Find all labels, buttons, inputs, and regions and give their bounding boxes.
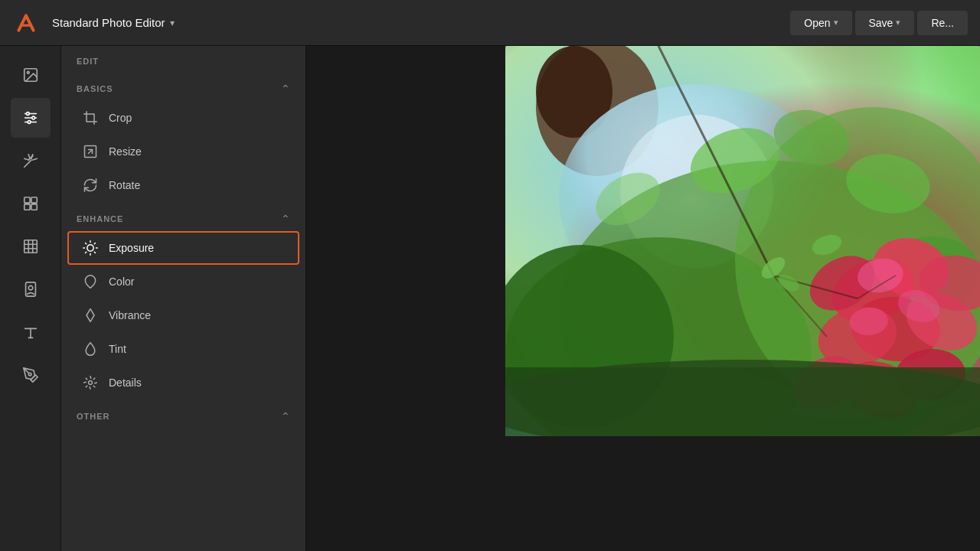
res-label: Re... <box>931 17 954 29</box>
icon-rail <box>0 46 61 551</box>
tint-item[interactable]: Tint <box>67 332 299 366</box>
save-button[interactable]: Save ▾ <box>855 11 915 35</box>
app-logo <box>12 9 40 37</box>
open-chevron-icon: ▾ <box>834 18 838 28</box>
open-label: Open <box>804 17 830 29</box>
svg-line-38 <box>94 243 95 244</box>
svg-point-7 <box>28 121 31 124</box>
svg-point-6 <box>31 116 34 119</box>
color-icon <box>83 274 98 289</box>
rail-item-portrait[interactable] <box>11 269 51 309</box>
details-item[interactable]: Details <box>67 366 299 399</box>
photo-svg <box>505 46 980 436</box>
svg-rect-13 <box>24 197 29 203</box>
svg-point-30 <box>87 245 93 251</box>
vibrance-item[interactable]: Vibrance <box>67 298 299 332</box>
basics-header: BASICS ⌃ <box>61 72 305 101</box>
color-item[interactable]: Color <box>67 265 299 298</box>
tint-icon <box>83 341 98 357</box>
rail-item-magic[interactable] <box>11 141 51 181</box>
svg-line-33 <box>86 243 87 244</box>
svg-rect-15 <box>24 204 29 210</box>
svg-line-12 <box>32 158 37 160</box>
svg-line-42 <box>86 386 87 387</box>
svg-point-39 <box>89 381 93 385</box>
enhance-label: ENHANCE <box>77 214 123 223</box>
rotate-label: Rotate <box>109 179 140 191</box>
rail-item-table[interactable] <box>11 227 51 266</box>
vibrance-label: Vibrance <box>109 309 151 321</box>
exposure-label: Exposure <box>109 242 154 254</box>
svg-point-79 <box>505 360 980 436</box>
save-chevron-icon: ▾ <box>896 18 900 28</box>
rail-item-templates[interactable] <box>11 184 51 223</box>
svg-point-23 <box>28 285 33 290</box>
svg-line-37 <box>86 252 87 253</box>
svg-point-27 <box>28 373 31 376</box>
svg-line-43 <box>93 378 95 380</box>
crop-item[interactable]: Crop <box>67 101 299 135</box>
res-button[interactable]: Re... <box>917 11 968 35</box>
crop-icon <box>83 110 98 126</box>
details-label: Details <box>109 377 142 389</box>
svg-point-5 <box>26 112 29 116</box>
enhance-header: ENHANCE ⌃ <box>61 202 305 231</box>
topbar: Standard Photo Editor ▾ Open ▾ Save ▾ Re… <box>0 0 980 46</box>
rail-item-text[interactable] <box>11 312 51 352</box>
photo-image <box>505 46 980 436</box>
resize-label: Resize <box>109 145 142 158</box>
app-title: Standard Photo Editor <box>52 16 165 29</box>
edit-panel: EDIT BASICS ⌃ Crop Resize <box>61 46 306 551</box>
open-button[interactable]: Open ▾ <box>790 11 851 35</box>
details-icon <box>83 375 98 390</box>
svg-rect-16 <box>31 204 36 210</box>
photo-canvas <box>505 46 980 436</box>
edit-label: EDIT <box>77 57 99 66</box>
rail-item-draw[interactable] <box>11 355 51 395</box>
exposure-icon <box>83 240 98 256</box>
topbar-actions: Open ▾ Save ▾ Re... <box>790 11 968 35</box>
title-area[interactable]: Standard Photo Editor ▾ <box>52 16 175 29</box>
basics-label: BASICS <box>77 84 113 93</box>
save-label: Save <box>869 17 893 29</box>
vibrance-icon <box>83 308 98 323</box>
resize-item[interactable]: Resize <box>67 135 299 168</box>
svg-line-8 <box>24 160 31 167</box>
title-chevron-icon: ▾ <box>170 18 175 28</box>
rotate-icon <box>83 178 98 193</box>
svg-rect-17 <box>24 240 37 253</box>
svg-line-41 <box>93 386 95 387</box>
svg-line-34 <box>94 252 95 253</box>
other-label: OTHER <box>77 412 110 421</box>
color-label: Color <box>109 276 134 288</box>
basics-collapse-button[interactable]: ⌃ <box>281 83 290 95</box>
rotate-item[interactable]: Rotate <box>67 168 299 202</box>
other-collapse-button[interactable]: ⌃ <box>281 410 290 422</box>
resize-icon <box>83 144 98 159</box>
svg-point-1 <box>27 71 29 73</box>
crop-label: Crop <box>109 112 132 124</box>
tint-label: Tint <box>109 343 126 355</box>
exposure-item[interactable]: Exposure <box>67 231 299 265</box>
svg-rect-14 <box>31 197 36 203</box>
rail-item-image[interactable] <box>11 55 51 95</box>
main-area: EDIT BASICS ⌃ Crop Resize <box>0 46 980 551</box>
canvas-area <box>306 46 980 551</box>
other-header: OTHER ⌃ <box>61 399 305 429</box>
rail-item-adjustments[interactable] <box>11 98 51 138</box>
edit-header: EDIT <box>61 46 305 72</box>
svg-line-40 <box>86 378 87 380</box>
enhance-collapse-button[interactable]: ⌃ <box>281 213 290 225</box>
